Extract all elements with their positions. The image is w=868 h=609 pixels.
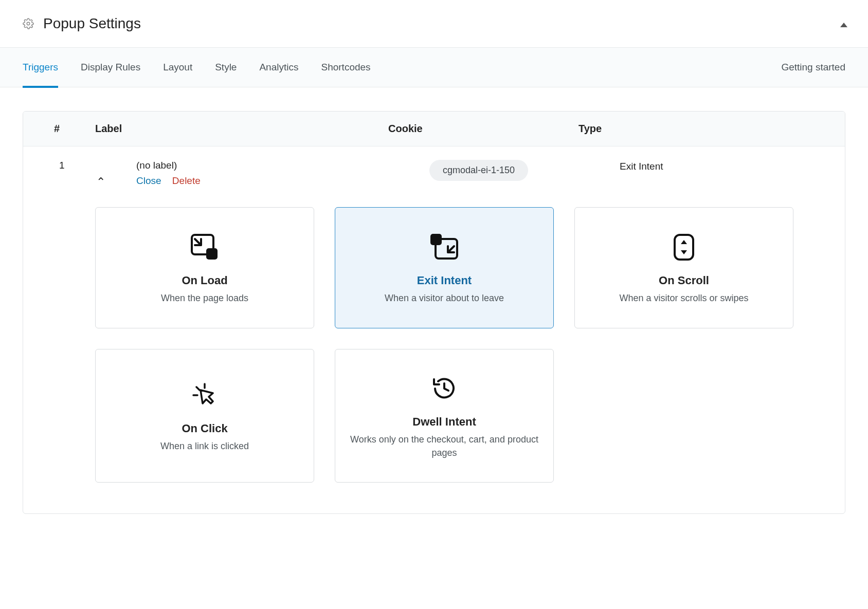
tab-analytics[interactable]: Analytics — [259, 47, 298, 87]
card-subtitle: When a visitor about to leave — [385, 291, 504, 305]
cookie-pill: cgmodal-ei-1-150 — [429, 160, 528, 181]
row-type-cell: Exit Intent — [620, 160, 799, 172]
tab-layout[interactable]: Layout — [163, 47, 192, 87]
trigger-row: 1 ⌃ (no label) Close Delete cgmodal-ei-1… — [23, 146, 845, 192]
svg-rect-2 — [206, 248, 218, 260]
svg-point-0 — [27, 22, 30, 25]
card-title: On Click — [182, 422, 227, 435]
svg-rect-5 — [675, 235, 693, 260]
trigger-card-dwell-intent[interactable]: Dwell Intent Works only on the checkout,… — [335, 349, 554, 483]
tab-triggers[interactable]: Triggers — [23, 47, 58, 87]
row-actions: Close Delete — [136, 175, 429, 187]
collapse-panel-caret-up-icon[interactable] — [840, 23, 847, 27]
on-scroll-icon — [673, 231, 695, 264]
tab-style[interactable]: Style — [215, 47, 237, 87]
row-label-text: (no label) — [136, 160, 429, 171]
exit-intent-icon — [428, 231, 460, 264]
card-subtitle: Works only on the checkout, cart, and pr… — [350, 433, 539, 459]
main-content: # Label Cookie Type 1 ⌃ (no label) Close… — [0, 87, 868, 538]
col-header-label: Label — [95, 123, 388, 135]
getting-started-link[interactable]: Getting started — [781, 62, 845, 73]
trigger-card-on-load[interactable]: On Load When the page loads — [95, 207, 314, 328]
on-load-icon — [189, 231, 221, 264]
col-header-cookie: Cookie — [388, 123, 578, 135]
row-collapse-chevron-up-icon[interactable]: ⌃ — [96, 176, 105, 188]
card-subtitle: When a visitor scrolls or swipes — [619, 291, 748, 305]
delete-link[interactable]: Delete — [172, 175, 201, 186]
gear-icon — [23, 18, 34, 29]
header-bar: Popup Settings — [0, 0, 868, 47]
card-title: On Scroll — [659, 274, 709, 287]
tab-list: Triggers Display Rules Layout Style Anal… — [23, 47, 781, 87]
row-label-cell: (no label) Close Delete — [136, 160, 429, 187]
trigger-card-on-click[interactable]: On Click When a link is clicked — [95, 349, 314, 483]
card-subtitle: When the page loads — [161, 291, 248, 305]
card-title: Exit Intent — [417, 274, 472, 287]
trigger-card-on-scroll[interactable]: On Scroll When a visitor scrolls or swip… — [574, 207, 793, 328]
tab-display-rules[interactable]: Display Rules — [81, 47, 140, 87]
trigger-type-cards: On Load When the page loads Exit Intent … — [23, 192, 845, 513]
card-title: On Load — [182, 274, 227, 287]
svg-rect-4 — [430, 234, 442, 245]
card-title: Dwell Intent — [412, 415, 476, 429]
card-subtitle: When a link is clicked — [160, 439, 249, 453]
on-click-icon — [190, 379, 219, 412]
tabs-bar: Triggers Display Rules Layout Style Anal… — [0, 47, 868, 87]
trigger-card-exit-intent[interactable]: Exit Intent When a visitor about to leav… — [335, 207, 554, 328]
close-link[interactable]: Close — [136, 175, 161, 186]
triggers-panel: # Label Cookie Type 1 ⌃ (no label) Close… — [23, 111, 845, 514]
triggers-table-header: # Label Cookie Type — [23, 112, 845, 146]
col-header-type: Type — [578, 123, 799, 135]
row-number: 1 — [54, 160, 95, 171]
tab-shortcodes[interactable]: Shortcodes — [321, 47, 370, 87]
col-header-num: # — [54, 123, 95, 135]
dwell-intent-icon — [430, 372, 459, 405]
row-cookie-cell: cgmodal-ei-1-150 — [429, 160, 620, 181]
page-title: Popup Settings — [43, 15, 141, 32]
